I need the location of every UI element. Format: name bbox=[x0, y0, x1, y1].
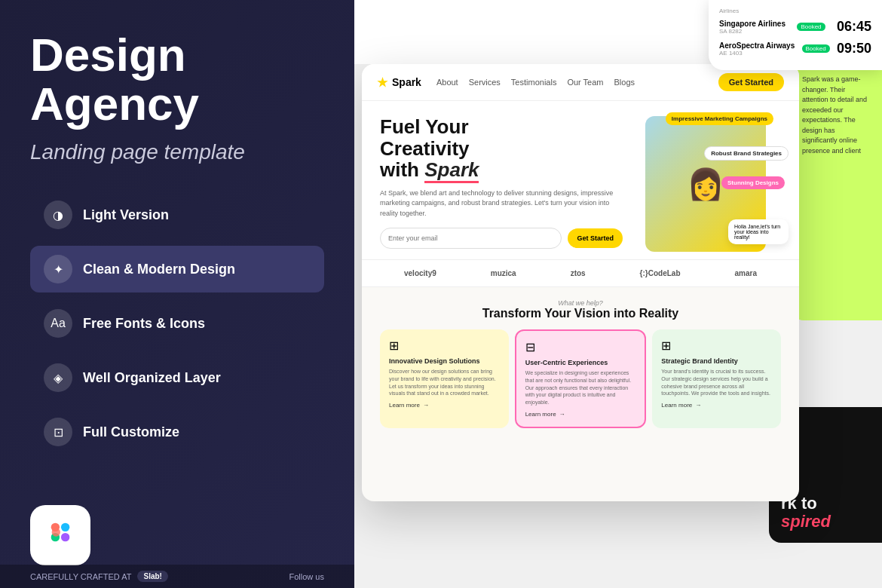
bottom-bar: CAREFULLY CRAFTED AT Slab! Follow us bbox=[0, 565, 354, 588]
get-started-button[interactable]: Get Started bbox=[568, 228, 623, 248]
feature-clean-label: Clean & Modern Design bbox=[83, 262, 235, 277]
feature-light[interactable]: ◑ Light Version bbox=[30, 191, 324, 238]
brand-1: velocity9 bbox=[404, 269, 436, 277]
card-user-centric: ⊟ User-Centric Experiences We specialize… bbox=[515, 329, 647, 428]
nav-blogs[interactable]: Blogs bbox=[614, 78, 635, 87]
innovative-title: Innovative Design Solutions bbox=[389, 357, 500, 365]
slab-badge: Slab! bbox=[137, 571, 167, 582]
feature-fonts[interactable]: Aa Free Fonts & Icons bbox=[30, 300, 324, 347]
lp-hero: Fuel Your Creativity with Spark At Spark… bbox=[362, 101, 799, 259]
feature-customize[interactable]: ⊡ Full Customize bbox=[30, 409, 324, 455]
svg-rect-3 bbox=[61, 532, 69, 541]
airline-row-1: Singapore Airlines SA 8282 Booked 06:45 bbox=[719, 19, 871, 35]
hero-left: Fuel Your Creativity with Spark At Spark… bbox=[380, 116, 623, 252]
strategic-desc: Your brand's identity is crucial to its … bbox=[661, 368, 772, 397]
feature-fonts-label: Free Fonts & Icons bbox=[83, 316, 205, 332]
customize-icon: ⊡ bbox=[44, 418, 72, 446]
user-centric-learn-more[interactable]: Learn more → bbox=[525, 411, 636, 418]
spark-text: Spark bbox=[424, 158, 479, 183]
figma-badge bbox=[30, 505, 90, 565]
card-strategic: ⊞ Strategic Brand Identity Your brand's … bbox=[652, 329, 781, 428]
testimonial-text: Spark was a game-changer. Their attentio… bbox=[802, 75, 871, 156]
innovative-icon: ⊞ bbox=[389, 338, 500, 353]
subtitle: Landing page template bbox=[30, 140, 324, 164]
hero-tag-1: Impressive Marketing Campaigns bbox=[666, 112, 773, 125]
airline-badge-2: Booked bbox=[802, 44, 830, 53]
email-input[interactable] bbox=[380, 228, 562, 249]
inspired-text: spired bbox=[781, 512, 831, 531]
testimonial-peek: Spark was a game-changer. Their attentio… bbox=[792, 64, 882, 320]
hero-tag-3: Stunning Designs bbox=[721, 176, 785, 189]
nav-services[interactable]: Services bbox=[469, 78, 501, 87]
airline-badge-1: Booked bbox=[797, 23, 825, 31]
brand-4: {:}CodeLab bbox=[640, 269, 681, 277]
hero-form: Get Started bbox=[380, 228, 623, 249]
lp-logo: ★ Spark bbox=[377, 75, 421, 90]
airline-name-1: Singapore Airlines bbox=[719, 20, 786, 28]
light-icon: ◑ bbox=[44, 201, 72, 229]
nav-testimonials[interactable]: Testimonials bbox=[511, 78, 557, 87]
layers-icon: ◈ bbox=[44, 363, 72, 392]
features-list: ◑ Light Version ✦ Clean & Modern Design … bbox=[30, 191, 324, 455]
right-panel: Eco Startup Branding Fitness App ★ Spark… bbox=[354, 0, 882, 588]
feature-light-label: Light Version bbox=[83, 207, 169, 223]
section-title: Transform Your Vision into Reality bbox=[380, 307, 781, 320]
user-centric-icon: ⊟ bbox=[525, 340, 636, 354]
feature-clean[interactable]: ✦ Clean & Modern Design bbox=[30, 246, 324, 292]
strategic-icon: ⊞ bbox=[661, 338, 772, 353]
nav-cta-button[interactable]: Get Started bbox=[718, 73, 784, 91]
airline-time-2: 09:50 bbox=[837, 41, 871, 57]
airline-panel: Airlines Singapore Airlines SA 8282 Book… bbox=[709, 0, 882, 70]
user-centric-desc: We specialize in designing user experien… bbox=[525, 369, 636, 406]
svg-point-4 bbox=[52, 528, 60, 536]
svg-rect-1 bbox=[61, 522, 69, 531]
brand-2: muzica bbox=[491, 269, 516, 277]
follow-label: Follow us bbox=[289, 572, 324, 581]
lp-nav-links: About Services Testimonials Our Team Blo… bbox=[436, 78, 635, 87]
strategic-title: Strategic Brand Identity bbox=[661, 357, 772, 365]
brands-row: velocity9 muzica ztos {:}CodeLab amara bbox=[362, 259, 799, 287]
user-centric-title: User-Centric Experiences bbox=[525, 359, 636, 366]
left-panel: Design Agency Landing page template ◑ Li… bbox=[0, 0, 354, 588]
logo-text: Spark bbox=[392, 76, 421, 88]
landing-preview: ★ Spark About Services Testimonials Our … bbox=[362, 64, 799, 501]
innovative-desc: Discover how our design solutions can br… bbox=[389, 368, 500, 397]
figma-icon bbox=[47, 519, 74, 553]
hero-desc: At Spark, we blend art and technology to… bbox=[380, 188, 623, 219]
crafted-label: CAREFULLY CRAFTED AT bbox=[30, 572, 131, 581]
speech-bubble: Holla Jane,let's turn your ideas into re… bbox=[728, 219, 789, 244]
logo-star-icon: ★ bbox=[377, 75, 387, 90]
section-sub: What we help? bbox=[380, 299, 781, 307]
fonts-icon: Aa bbox=[44, 309, 72, 338]
brand-5: amara bbox=[734, 269, 756, 277]
brand-3: ztos bbox=[571, 269, 586, 277]
service-cards: ⊞ Innovative Design Solutions Discover h… bbox=[380, 329, 781, 428]
hero-right: Impressive Marketing Campaigns Robust Br… bbox=[630, 116, 781, 252]
airline-name-2: AeroSpectra Airways bbox=[719, 41, 795, 50]
innovative-learn-more[interactable]: Learn more → bbox=[389, 402, 500, 409]
airline-row-2: AeroSpectra Airways AE 1403 Booked 09:50 bbox=[719, 41, 871, 57]
main-title: Design Agency bbox=[30, 30, 324, 128]
hero-tag-2: Robust Brand Strategies bbox=[704, 146, 789, 161]
hero-title: Fuel Your Creativity with Spark bbox=[380, 116, 623, 181]
main-section: What we help? Transform Your Vision into… bbox=[362, 287, 799, 440]
nav-team[interactable]: Our Team bbox=[567, 78, 603, 87]
airline-time-1: 06:45 bbox=[837, 19, 871, 35]
card-innovative: ⊞ Innovative Design Solutions Discover h… bbox=[380, 329, 509, 428]
nav-about[interactable]: About bbox=[436, 78, 458, 87]
dark-text: rk to spired bbox=[781, 495, 870, 531]
feature-customize-label: Full Customize bbox=[83, 424, 179, 440]
feature-layers-label: Well Organized Layer bbox=[83, 370, 221, 386]
strategic-learn-more[interactable]: Learn more → bbox=[661, 402, 772, 409]
feature-layers[interactable]: ◈ Well Organized Layer bbox=[30, 354, 324, 401]
clean-icon: ✦ bbox=[44, 255, 72, 283]
